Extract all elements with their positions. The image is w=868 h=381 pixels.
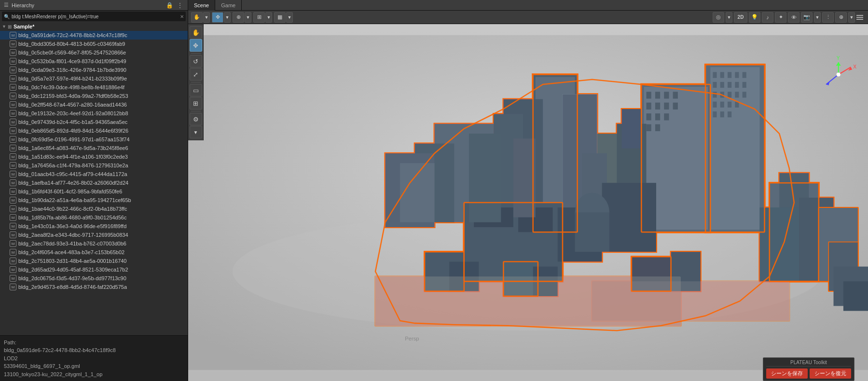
tree-item-5[interactable]: M bldg_0d5a7e37-597e-49f4-b241-b2333b09f…: [0, 74, 188, 83]
svg-rect-21: [728, 102, 731, 108]
tree-item-2[interactable]: M bldg_0c5cbe0f-c569-46e7-8f05-254752086…: [0, 48, 188, 57]
snap-tool-btn[interactable]: ⊞: [253, 12, 265, 23]
light-btn[interactable]: 💡: [749, 12, 760, 23]
dropdown-scene-btn[interactable]: ▼: [190, 126, 202, 138]
move-tool-btn[interactable]: ✥: [212, 12, 223, 23]
sample-label: Sample*: [14, 24, 34, 29]
tree-item-19[interactable]: M bldg_1b90da22-a51a-4e6a-ba95-194271cef…: [0, 196, 188, 204]
tool-group-snap: ⊞ ▼: [253, 12, 272, 23]
path-value-4: 13100_tokyo23-ku_2022_citygml_1_1_op: [4, 370, 184, 379]
tree-item-18[interactable]: M bldg_1b6fd43f-60f1-4cf2-985a-9bfafd550…: [0, 187, 188, 196]
rotate-scene-btn[interactable]: ↺: [190, 55, 202, 68]
svg-rect-69: [575, 212, 609, 252]
custom-scene-btn[interactable]: ⚙: [190, 113, 202, 125]
tree-item-25[interactable]: M bldg_2c4f6054-ace4-483a-b3e7-c153b65b0…: [0, 248, 188, 257]
2d-btn[interactable]: 2D: [734, 12, 747, 23]
pivot-tool-btn[interactable]: ⊕: [233, 12, 244, 23]
mesh-icon-24: M: [10, 240, 16, 247]
svg-rect-39: [647, 124, 651, 131]
dropdown-btn-8[interactable]: ▼: [848, 12, 855, 23]
tree-item-7[interactable]: M bldg_0dc12159-bfd3-4d0a-99a2-7fdf0b58e…: [0, 92, 188, 100]
tree-item-21[interactable]: M bldg_1d85b7fa-ab86-4680-a9f0-3b01254d5…: [0, 213, 188, 222]
hierarchy-tree[interactable]: M bldg_0a591de6-72c2-4478-8bb2-b4c47c18f…: [0, 31, 188, 335]
tree-item-11[interactable]: M bldg_0eb865d5-892d-4fd9-84d1-5644e6f39…: [0, 126, 188, 135]
tree-item-14[interactable]: M bldg_1a51d83c-ee94-4f1e-a106-1f03f0c2e…: [0, 152, 188, 161]
tree-item-8[interactable]: M bldg_0e2ff548-67a4-4567-a280-16aead144…: [0, 100, 188, 109]
tree-item-9[interactable]: M bldg_0e19132e-203c-4eef-92d1-92a08012b…: [0, 109, 188, 118]
tree-item-6[interactable]: M bldg_0dc74c39-0dce-49f8-be8b-fe481886e…: [0, 83, 188, 92]
svg-rect-71: [513, 138, 536, 217]
dropdown-btn-5[interactable]: ▼: [286, 12, 293, 23]
right-toolbar-group: ◎ ▼ 2D 💡 ♪ ✦ 👁 📷 ▼ ⋮ ⊕ ▼: [713, 12, 865, 23]
tree-item-1[interactable]: M bldg_0bdd305d-80b4-4813-b605-c03469fab…: [0, 40, 188, 48]
game-tab[interactable]: Game: [215, 0, 242, 11]
plateau-toolkit-buttons: シーンを保存 シーンを復元: [766, 368, 851, 379]
tree-item-15[interactable]: M bldg_1a76456a-c1f4-479a-8476-12796310e…: [0, 161, 188, 170]
sample-tree-item[interactable]: ▼ ⊞ Sample*: [0, 22, 188, 31]
grid-tool-btn[interactable]: ▦: [274, 12, 286, 23]
mesh-icon-14: M: [10, 153, 16, 160]
tree-item-12[interactable]: M bldg_0fc69d5e-0196-4991-97d1-a657aa153…: [0, 135, 188, 144]
tree-item-27[interactable]: M bldg_2d65ad29-4d05-45af-8521-5309eca17…: [0, 265, 188, 274]
dropdown-btn-3[interactable]: ▼: [245, 12, 251, 23]
dropdown-btn-1[interactable]: ▼: [203, 12, 210, 23]
scale-scene-btn[interactable]: ⤢: [190, 68, 202, 81]
tree-item-16[interactable]: M bldg_01aacb43-c95c-4415-af79-c444da117…: [0, 170, 188, 178]
hamburger-btn[interactable]: [856, 12, 865, 23]
scene-tab[interactable]: Scene: [188, 0, 215, 11]
city-svg: X Y Persp: [188, 24, 868, 381]
move-scene-btn[interactable]: ✥: [190, 39, 202, 52]
path-value-1: bldg_0a591de6-72c2-4478-8bb2-b4c47c18f9c…: [4, 346, 184, 354]
tree-item-0[interactable]: M bldg_0a591de6-72c2-4478-8bb2-b4c47c18f…: [0, 31, 188, 40]
tree-item-20[interactable]: M bldg_1bae44c0-9b22-466c-8cf2-0b4a18b73…: [0, 204, 188, 213]
mesh-icon-1: M: [10, 41, 16, 47]
item-label-4: bldg_0cda09e3-318c-426e-9784-1b7bde3990: [18, 67, 126, 73]
scene-viewport[interactable]: X Y Persp ✋: [188, 24, 868, 381]
tree-item-29[interactable]: M bldg_2e9d4573-e8d8-4d5d-8746-faf220d57…: [0, 283, 188, 291]
tree-item-22[interactable]: M bldg_1e43c01a-36e3-4a0d-96de-e5f916f89…: [0, 222, 188, 231]
tree-item-28[interactable]: M bldg_2dc0675d-f3d5-4d37-9e5b-dd977f13c…: [0, 274, 188, 283]
tree-item-4[interactable]: M bldg_0cda09e3-318c-426e-9784-1b7bde399…: [0, 66, 188, 74]
hierarchy-search-bar[interactable]: 🔍 ✕: [2, 12, 186, 21]
tree-item-10[interactable]: M bldg_0e97439d-b2c4-4f5c-b1a5-94365aea5…: [0, 118, 188, 126]
render-mode-btn[interactable]: ◎: [713, 12, 724, 23]
tool-separator-3: [191, 111, 201, 111]
path-label: Path:: [4, 339, 184, 347]
tree-item-26[interactable]: M bldg_2c751803-2d31-48b4-ae5a-0001b1674…: [0, 257, 188, 265]
hierarchy-panel: ☰ Hierarchy 🔒 ⋮ 🔍 ✕ ▼ ⊞ Sample* M bldg_0…: [0, 0, 188, 381]
globe-btn[interactable]: ⊕: [835, 12, 847, 23]
more-icon[interactable]: ⋮: [176, 2, 184, 9]
hand-tool-btn[interactable]: ✋: [191, 12, 203, 23]
dots-btn[interactable]: ⋮: [822, 12, 834, 23]
transform-scene-btn[interactable]: ⊞: [190, 97, 202, 109]
audio-btn[interactable]: ♪: [762, 12, 773, 23]
rect-scene-btn[interactable]: ▭: [190, 84, 202, 96]
camera-btn[interactable]: 📷: [801, 12, 813, 23]
dropdown-btn-4[interactable]: ▼: [265, 12, 272, 23]
tree-item-17[interactable]: M bldg_1aefba14-af77-4e26-8b02-a26060df2…: [0, 178, 188, 187]
dropdown-btn-2[interactable]: ▼: [224, 12, 231, 23]
tree-item-24[interactable]: M bldg_2aec78dd-93e3-41ba-b762-c07003d0b…: [0, 239, 188, 248]
tree-item-13[interactable]: M bldg_1a6ec854-a083-467e-9d5a-73b245f8e…: [0, 144, 188, 152]
dropdown-btn-7[interactable]: ▼: [814, 12, 821, 23]
hierarchy-header-icons: 🔒 ⋮: [165, 2, 184, 9]
mesh-icon-15: M: [10, 162, 16, 169]
path-value-2: LOD2: [4, 354, 184, 363]
tree-item-23[interactable]: M bldg_2aea8f2a-e343-4dbc-9717-126995b08…: [0, 231, 188, 239]
scene-revert-button[interactable]: シーンを復元: [810, 368, 851, 379]
mesh-icon-28: M: [10, 275, 16, 282]
svg-rect-3: [710, 67, 759, 230]
tree-item-3[interactable]: M bldg_0c532b0a-f801-4ce9-837d-0d1f09ff2…: [0, 57, 188, 66]
item-label-14: bldg_1a51d83c-ee94-4f1e-a106-1f03f0c2ede…: [18, 154, 128, 160]
effects-btn[interactable]: ✦: [775, 12, 786, 23]
dropdown-btn-6[interactable]: ▼: [726, 12, 732, 23]
lock-icon[interactable]: 🔒: [165, 2, 174, 9]
hand-scene-btn[interactable]: ✋: [190, 26, 202, 39]
search-input[interactable]: [12, 14, 180, 19]
svg-rect-72: [621, 109, 641, 149]
scene-save-button[interactable]: シーンを保存: [766, 368, 808, 379]
mesh-icon-5: M: [10, 75, 16, 82]
mesh-icon-25: M: [10, 249, 16, 256]
clear-search-icon[interactable]: ✕: [180, 14, 184, 19]
visibility-btn[interactable]: 👁: [788, 12, 799, 23]
